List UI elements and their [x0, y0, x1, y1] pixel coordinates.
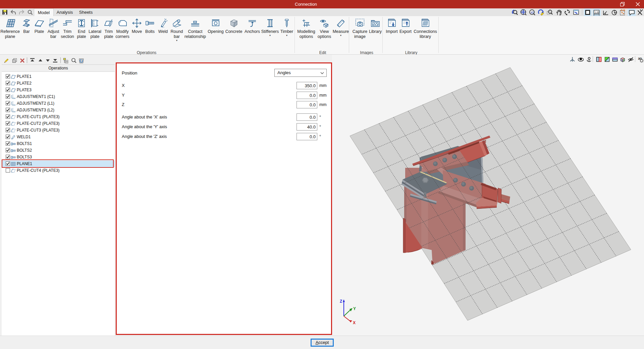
svg-text:X: X: [353, 320, 356, 325]
svg-text:Z: Z: [340, 299, 342, 304]
svg-text:1.00: 1.00: [594, 11, 599, 14]
svg-text:3D: 3D: [638, 57, 642, 60]
svg-text:x2: x2: [531, 11, 534, 14]
svg-text:Y: Y: [353, 306, 356, 311]
